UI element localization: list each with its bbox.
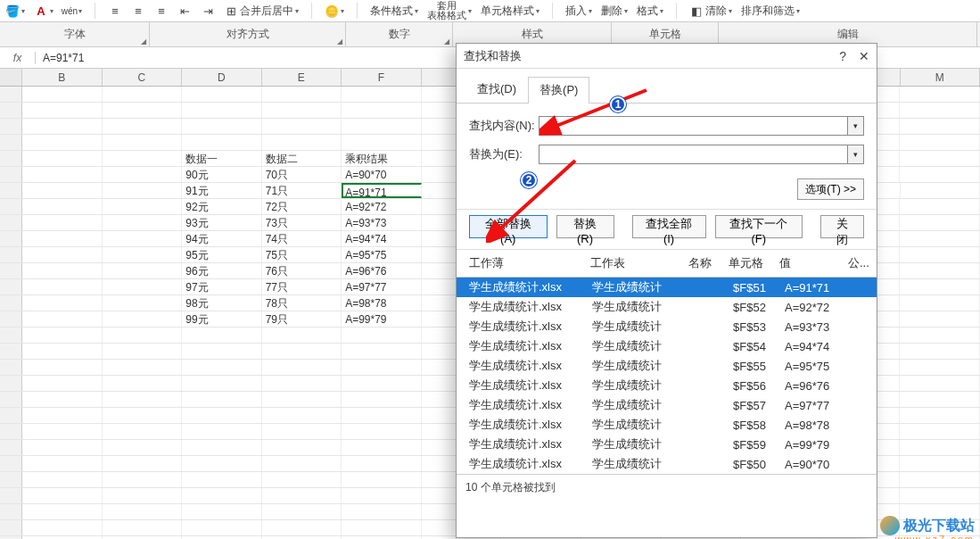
- result-row[interactable]: 学生成绩统计.xlsx学生成绩统计$F$55A=95*75: [457, 356, 877, 376]
- grid-cell[interactable]: A=94*74: [342, 231, 421, 246]
- grid-cell[interactable]: 乘积结果: [342, 151, 421, 166]
- col-value[interactable]: 值: [776, 253, 844, 273]
- grid-cell[interactable]: [182, 376, 261, 391]
- grid-cell[interactable]: [103, 456, 182, 471]
- result-row[interactable]: 学生成绩统计.xlsx学生成绩统计$F$53A=93*73: [457, 317, 877, 336]
- grid-cell[interactable]: 数据一: [182, 151, 261, 166]
- grid-cell[interactable]: [900, 472, 979, 487]
- grid-cell[interactable]: [103, 344, 182, 359]
- grid-cell[interactable]: 76只: [262, 263, 342, 278]
- merge-cells-button[interactable]: ⊞合并后居中▾: [224, 4, 299, 19]
- grid-cell[interactable]: [22, 119, 102, 134]
- grid-cell[interactable]: [22, 279, 102, 294]
- grid-cell[interactable]: [182, 135, 261, 150]
- grid-cell[interactable]: [342, 376, 421, 391]
- grid-cell[interactable]: [262, 488, 342, 503]
- indent-inc-button[interactable]: ⇥: [201, 4, 215, 18]
- close-icon[interactable]: ✕: [859, 49, 869, 63]
- grid-cell[interactable]: [342, 456, 421, 471]
- grid-cell[interactable]: [22, 151, 102, 166]
- replace-all-button[interactable]: 全部替换(A): [469, 215, 548, 238]
- grid-cell[interactable]: [901, 183, 980, 198]
- options-button[interactable]: 选项(T) >>: [797, 178, 864, 200]
- grid-cell[interactable]: [900, 360, 979, 375]
- grid-cell[interactable]: [103, 151, 182, 166]
- grid-cell[interactable]: [103, 87, 182, 102]
- grid-cell[interactable]: [262, 119, 342, 134]
- grid-cell[interactable]: [900, 103, 979, 118]
- fx-label[interactable]: fx: [0, 52, 36, 64]
- grid-cell[interactable]: A=95*75: [342, 247, 421, 262]
- grid-cell[interactable]: [22, 472, 102, 487]
- grid-cell[interactable]: A=91*71: [342, 183, 421, 198]
- grid-cell[interactable]: [262, 504, 342, 519]
- grid-cell[interactable]: [900, 167, 979, 182]
- grid-cell[interactable]: 92元: [182, 199, 261, 214]
- result-row[interactable]: 学生成绩统计.xlsx学生成绩统计$F$58A=98*78: [457, 415, 877, 435]
- grid-cell[interactable]: [262, 472, 342, 487]
- grid-cell[interactable]: [103, 199, 182, 214]
- grid-cell[interactable]: [103, 376, 182, 391]
- grid-cell[interactable]: [182, 328, 261, 343]
- grid-cell[interactable]: A=93*73: [342, 215, 421, 230]
- grid-cell[interactable]: [900, 488, 979, 503]
- grid-cell[interactable]: [22, 456, 102, 471]
- clear-button[interactable]: ◧清除▾: [689, 4, 732, 19]
- grid-cell[interactable]: [262, 440, 342, 455]
- grid-cell[interactable]: [900, 424, 979, 439]
- grid-cell[interactable]: [900, 263, 979, 278]
- dialog-titlebar[interactable]: 查找和替换 ? ✕: [457, 44, 877, 69]
- result-row[interactable]: 学生成绩统计.xlsx学生成绩统计$F$50A=90*70: [457, 454, 877, 474]
- grid-cell[interactable]: [342, 103, 421, 118]
- grid-cell[interactable]: [900, 87, 979, 102]
- grid-cell[interactable]: [103, 504, 182, 519]
- grid-cell[interactable]: [342, 360, 421, 375]
- grid-cell[interactable]: [262, 135, 342, 150]
- grid-cell[interactable]: [103, 328, 182, 343]
- grid-cell[interactable]: [182, 119, 261, 134]
- grid-cell[interactable]: [22, 167, 102, 182]
- grid-cell[interactable]: [182, 456, 261, 471]
- grid-cell[interactable]: 94元: [182, 231, 261, 246]
- grid-cell[interactable]: [103, 295, 182, 311]
- grid-cell[interactable]: [22, 135, 102, 150]
- tab-replace[interactable]: 替换(P): [528, 77, 589, 104]
- col-cell[interactable]: 单元格: [725, 253, 776, 273]
- grid-cell[interactable]: [22, 295, 102, 311]
- grid-cell[interactable]: [22, 440, 102, 455]
- grid-cell[interactable]: [342, 472, 421, 487]
- grid-cell[interactable]: [103, 215, 182, 230]
- grid-cell[interactable]: [22, 263, 102, 278]
- grid-cell[interactable]: [22, 247, 102, 262]
- grid-cell[interactable]: [342, 135, 421, 150]
- cell-style-button[interactable]: 单元格样式▾: [481, 4, 539, 19]
- grid-cell[interactable]: [342, 408, 421, 423]
- grid-cell[interactable]: 99元: [182, 311, 261, 327]
- grid-cell[interactable]: 73只: [262, 215, 342, 230]
- grid-cell[interactable]: [262, 456, 342, 471]
- grid-cell[interactable]: [900, 328, 979, 343]
- grid-cell[interactable]: [900, 279, 979, 294]
- grid-cell[interactable]: [182, 424, 261, 439]
- delete-button[interactable]: 删除▾: [601, 4, 628, 19]
- formula-input[interactable]: A=91*71: [36, 52, 91, 64]
- grid-cell[interactable]: [22, 424, 102, 439]
- grid-cell[interactable]: [103, 263, 182, 278]
- grid-cell[interactable]: [262, 408, 342, 423]
- find-input[interactable]: [539, 116, 848, 136]
- grid-cell[interactable]: [900, 344, 979, 359]
- grid-cell[interactable]: 数据二: [262, 151, 342, 166]
- grid-cell[interactable]: [22, 183, 102, 198]
- grid-cell[interactable]: [22, 103, 102, 118]
- grid-cell[interactable]: [103, 440, 182, 455]
- grid-cell[interactable]: A=97*77: [342, 279, 421, 294]
- col-header[interactable]: M: [901, 69, 980, 86]
- grid-cell[interactable]: 90元: [182, 167, 261, 182]
- col-header[interactable]: E: [262, 69, 342, 86]
- grid-cell[interactable]: [103, 119, 182, 134]
- grid-cell[interactable]: [22, 344, 102, 359]
- grid-cell[interactable]: [103, 520, 182, 535]
- grid-cell[interactable]: [342, 424, 421, 439]
- grid-cell[interactable]: [103, 231, 182, 246]
- grid-cell[interactable]: [103, 279, 182, 294]
